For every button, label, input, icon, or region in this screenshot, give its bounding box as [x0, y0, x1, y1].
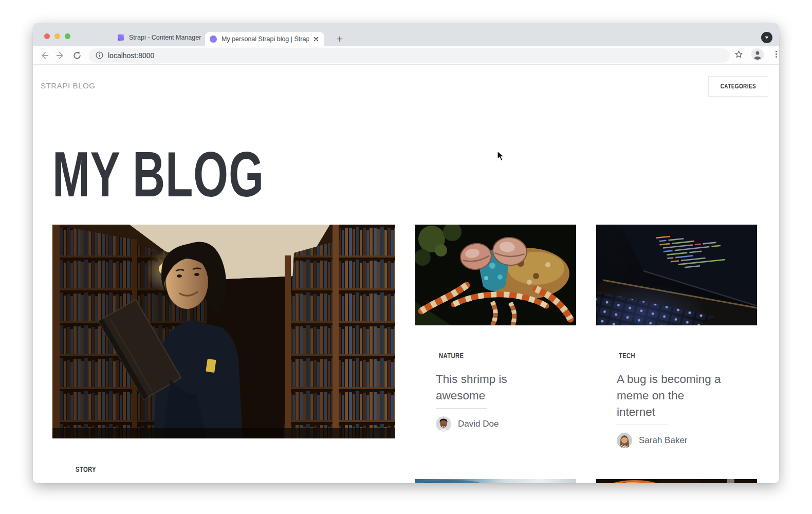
close-tab-icon[interactable]: [312, 35, 320, 43]
author-name: Sarah Baker: [639, 435, 688, 446]
sarah-baker-avatar: [617, 433, 632, 448]
divider: [436, 408, 487, 409]
user-avatar-icon: [751, 48, 764, 61]
divider: [617, 425, 668, 425]
star-icon: [734, 49, 744, 59]
page-title: MY BLOG: [52, 142, 355, 206]
tab-my-blog[interactable]: My personal Strapi blog | Strap: [205, 32, 324, 46]
tab-search-button[interactable]: [761, 32, 772, 43]
article-title[interactable]: This shrimp is awesome: [436, 371, 545, 404]
browser-window: Strapi - Content Manager My personal Str…: [33, 23, 779, 483]
david-doe-avatar: [436, 416, 451, 432]
reload-button[interactable]: [71, 49, 83, 62]
address-bar[interactable]: localhost:8000: [89, 48, 730, 63]
bookmark-star-button[interactable]: [734, 49, 744, 61]
article-category: STORY: [73, 465, 395, 473]
macos-minimize-button[interactable]: [54, 33, 60, 39]
reload-icon: [72, 50, 82, 61]
food-photo[interactable]: [596, 479, 757, 483]
article-title[interactable]: A bug is becoming a meme on the internet: [617, 371, 726, 420]
site-brand: STRAPI BLOG: [41, 81, 96, 90]
site-info-icon[interactable]: [95, 51, 104, 60]
categories-button[interactable]: CATEGORIES: [708, 76, 768, 97]
ocean-photo[interactable]: [415, 479, 576, 483]
page-content: STRAPI BLOG CATEGORIES MY BLOG: [33, 65, 779, 483]
desktop: Strapi - Content Manager My personal Str…: [0, 0, 812, 514]
profile-button[interactable]: [751, 48, 764, 63]
kebab-menu-icon: [771, 49, 779, 59]
article-category: TECH: [617, 352, 757, 360]
back-button[interactable]: [38, 49, 50, 62]
mantis-shrimp-photo: [415, 225, 576, 325]
browser-toolbar: localhost:8000: [33, 46, 779, 65]
strapi-logo-icon: [117, 33, 125, 42]
tab-title: My personal Strapi blog | Strap: [222, 35, 309, 43]
window-controls: [44, 33, 70, 39]
purple-circle-icon: [209, 35, 217, 43]
back-arrow-icon: [39, 50, 50, 61]
article-category: NATURE: [436, 352, 576, 360]
forward-button[interactable]: [54, 49, 67, 62]
article-card-story[interactable]: STORY: [52, 225, 395, 473]
chevron-down-icon: [764, 34, 770, 41]
article-card-nature[interactable]: NATURE This shrimp is awesome: [415, 225, 576, 432]
article-author: David Doe: [436, 416, 576, 432]
man-reading-in-library-photo: [52, 225, 395, 438]
forward-arrow-icon: [55, 50, 66, 61]
macos-zoom-button[interactable]: [65, 33, 70, 39]
new-tab-button[interactable]: +: [333, 32, 347, 46]
url-text: localhost:8000: [108, 51, 154, 60]
article-author: Sarah Baker: [617, 433, 757, 448]
browser-menu-button[interactable]: [771, 49, 779, 61]
laptop-code-photo: [596, 225, 757, 325]
macos-close-button[interactable]: [44, 33, 50, 39]
toolbar-right-icons: [734, 48, 779, 63]
tab-strip: Strapi - Content Manager My personal Str…: [33, 23, 779, 46]
article-card-tech[interactable]: TECH A bug is becoming a meme on the int…: [596, 225, 757, 448]
author-name: David Doe: [458, 419, 499, 429]
